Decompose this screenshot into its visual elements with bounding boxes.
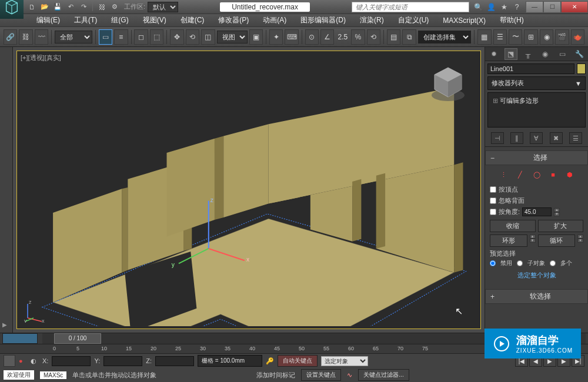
show-end-icon[interactable]: ∥: [510, 132, 523, 144]
workspace-select[interactable]: 默认: [148, 2, 178, 12]
tab-display-icon[interactable]: ▭: [556, 48, 569, 60]
spinner-snap-icon[interactable]: ⟲: [367, 29, 380, 45]
move-icon[interactable]: ✥: [170, 29, 183, 45]
curve-editor-icon[interactable]: 〜: [509, 29, 522, 45]
use-center-icon[interactable]: ▣: [249, 29, 263, 45]
by-angle-checkbox[interactable]: [490, 209, 496, 215]
y-field[interactable]: [103, 356, 142, 366]
menu-group[interactable]: 组(G): [104, 14, 135, 27]
tab-motion-icon[interactable]: ◉: [539, 48, 552, 60]
material-editor-icon[interactable]: ◉: [540, 29, 553, 45]
menu-rendering[interactable]: 渲染(R): [353, 14, 391, 27]
object-color-swatch[interactable]: [577, 63, 586, 74]
grow-button[interactable]: 扩大: [538, 220, 584, 232]
menu-tools[interactable]: 工具(T): [67, 14, 104, 27]
percent-snap-icon[interactable]: %: [351, 29, 365, 45]
rollout-softselect-header[interactable]: +软选择: [485, 289, 588, 304]
expand-arrow-icon[interactable]: ▶: [2, 321, 7, 328]
menu-create[interactable]: 创建(C): [173, 14, 212, 27]
key-lock-icon[interactable]: 🔑: [266, 357, 274, 365]
tab-hierarchy-icon[interactable]: ╥: [522, 48, 534, 60]
menu-modifiers[interactable]: 修改器(P): [211, 14, 256, 27]
modifier-list-dropdown[interactable]: 修改器列表▼: [487, 76, 586, 90]
render-setup-icon[interactable]: 🎬: [555, 29, 569, 45]
help-icon[interactable]: ?: [512, 2, 522, 12]
object-name-field[interactable]: [487, 63, 574, 74]
loop-spinner[interactable]: ▲▼: [577, 234, 583, 247]
window-crossing-icon[interactable]: ⬚: [150, 29, 163, 45]
snap-toggle-icon[interactable]: ⊙: [305, 29, 319, 45]
schematic-icon[interactable]: ⊞: [524, 29, 537, 45]
render-icon[interactable]: 🫖: [571, 29, 584, 45]
edge-icon[interactable]: ╱: [514, 169, 526, 180]
ring-spinner[interactable]: ▲▼: [530, 234, 536, 247]
undo-icon[interactable]: ↶: [65, 2, 76, 12]
pin-stack-icon[interactable]: ⊣: [491, 132, 504, 144]
ref-coord-select[interactable]: 视图: [217, 31, 248, 43]
select-rect-icon[interactable]: ◻: [134, 29, 148, 45]
z-field[interactable]: [155, 356, 194, 366]
app-icon[interactable]: [0, 0, 24, 19]
key-icon[interactable]: ●: [19, 357, 27, 364]
rollout-selection-header[interactable]: −选择: [485, 150, 588, 165]
border-icon[interactable]: ◯: [531, 169, 543, 180]
redo-icon[interactable]: ↷: [78, 2, 89, 12]
preview-multi-radio[interactable]: [550, 260, 556, 266]
angle-snap-icon[interactable]: ∠: [320, 29, 334, 45]
communication-icon[interactable]: 👤: [486, 2, 496, 12]
bind-spacewarp-icon[interactable]: 〰: [35, 29, 48, 45]
keyboard-shortcut-icon[interactable]: ⌨: [285, 29, 298, 45]
help-search-input[interactable]: [352, 2, 469, 12]
link-icon[interactable]: 🔗: [4, 29, 17, 45]
autokey-button[interactable]: 自动关键点: [278, 355, 318, 367]
remove-mod-icon[interactable]: ✖: [550, 132, 563, 144]
keymode-select[interactable]: 选定对象: [321, 356, 368, 366]
make-unique-icon[interactable]: ∀: [530, 132, 543, 144]
viewcube[interactable]: [427, 63, 469, 104]
preview-subobj-radio[interactable]: [517, 260, 523, 266]
menu-maxscript[interactable]: MAXScript(X): [436, 15, 493, 26]
configure-icon[interactable]: ☰: [569, 132, 582, 144]
mirror-icon[interactable]: ⧉: [402, 29, 416, 45]
by-vertex-checkbox[interactable]: [490, 186, 496, 193]
shrink-button[interactable]: 收缩: [490, 220, 536, 232]
ignore-backface-checkbox[interactable]: [490, 197, 496, 204]
layers-icon[interactable]: ☰: [493, 29, 507, 45]
setkey-button[interactable]: 设置关键点: [301, 369, 341, 381]
ring-button[interactable]: 环形: [490, 234, 527, 247]
menu-help[interactable]: 帮助(H): [493, 14, 531, 27]
named-selection-set[interactable]: 创建选择集: [418, 31, 471, 43]
keyfilter-button[interactable]: 关键点过滤器...: [358, 369, 409, 381]
menu-animation[interactable]: 动画(A): [256, 14, 293, 27]
named-sel-icon[interactable]: ▤: [387, 29, 400, 45]
select-object-icon[interactable]: ▭: [99, 29, 112, 45]
time-config-icon[interactable]: [2, 333, 38, 344]
close-button[interactable]: ✕: [561, 1, 588, 13]
angle-spinner[interactable]: [522, 207, 552, 216]
viewport-perspective[interactable]: [+][透视][真实]: [16, 51, 481, 329]
spinner-arrows[interactable]: ▲▼: [554, 208, 560, 216]
modifier-stack[interactable]: 可编辑多边形: [487, 92, 586, 128]
x-field[interactable]: [52, 356, 91, 366]
menu-edit[interactable]: 编辑(E): [29, 14, 67, 27]
element-icon[interactable]: ⬢: [564, 169, 576, 180]
stack-item[interactable]: 可编辑多边形: [490, 95, 583, 106]
link-icon[interactable]: ⛓: [96, 2, 108, 12]
save-icon[interactable]: 💾: [52, 2, 64, 12]
selection-filter-select[interactable]: 全部: [55, 31, 92, 43]
manipulate-icon[interactable]: ✦: [269, 29, 283, 45]
menu-grapheditors[interactable]: 图形编辑器(D): [293, 14, 353, 27]
unlink-icon[interactable]: ⛓: [19, 29, 32, 45]
open-icon[interactable]: 📂: [39, 2, 51, 12]
tab-modify-icon[interactable]: ⬔: [505, 48, 517, 60]
rotate-icon[interactable]: ⟲: [186, 29, 199, 45]
tab-create-icon[interactable]: ✹: [487, 48, 500, 60]
keymode-icon[interactable]: ◐: [31, 357, 39, 365]
align-icon[interactable]: ▦: [477, 29, 491, 45]
select-whole-link[interactable]: 选定整个对象: [490, 269, 583, 282]
polygon-icon[interactable]: ■: [547, 169, 559, 180]
menu-customize[interactable]: 自定义(U): [391, 14, 436, 27]
settings-icon[interactable]: ⚙: [109, 2, 121, 12]
vertex-icon[interactable]: ⋮: [498, 169, 510, 180]
minimize-button[interactable]: —: [526, 1, 543, 13]
